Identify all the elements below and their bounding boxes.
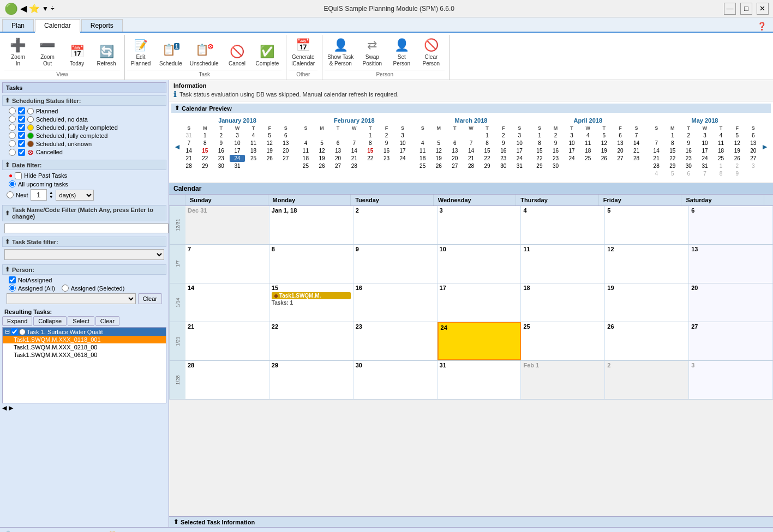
apr-day-19[interactable]: 19 [596,147,612,154]
feb-day-16[interactable]: 16 [379,147,394,154]
feb-day-18[interactable]: 18 [298,155,314,162]
cal-day-jan3[interactable]: 3 [438,206,522,244]
all-upcoming-radio[interactable] [9,180,16,188]
may-extra-5[interactable]: 5 [664,170,680,177]
mar-day-23[interactable]: 23 [495,155,511,162]
feb-day-27[interactable]: 27 [330,162,346,170]
scheduled-partial-radio[interactable] [9,124,16,131]
feb-day-21[interactable]: 21 [346,155,362,162]
cal-day-25[interactable]: 25 [521,322,605,360]
feb-day-26[interactable]: 26 [314,162,330,170]
jan-day-8[interactable]: 8 [197,140,213,147]
cal-day-30[interactable]: 30 [353,361,438,399]
scroll-left-icon[interactable]: ◀ [2,404,7,412]
cal-day-12[interactable]: 12 [605,245,689,283]
apr-day-14[interactable]: 14 [628,140,644,147]
scroll-right-icon[interactable]: ▶ [9,404,13,412]
mar-day-28[interactable]: 28 [463,162,479,170]
apr-day-20[interactable]: 20 [613,147,628,154]
jan-day-22[interactable]: 22 [197,155,213,162]
mar-day-1[interactable]: 1 [480,132,495,139]
cal-prev-button[interactable]: ◄ [173,142,181,151]
feb-day-11[interactable]: 11 [298,147,314,154]
cal-day-7[interactable]: 7 [185,245,269,283]
may-extra-7[interactable]: 7 [697,170,713,177]
tab-plan[interactable]: Plan [2,19,34,32]
may-day-15[interactable]: 15 [664,147,680,154]
feb-day-3[interactable]: 3 [395,132,411,139]
planned-checkbox[interactable] [18,107,25,114]
task-name-input[interactable] [4,223,169,233]
mar-day-8[interactable]: 8 [480,140,495,147]
may-day-23[interactable]: 23 [681,155,697,162]
jan-day-21[interactable]: 21 [181,155,197,162]
set-person-button[interactable]: 👤 SetPerson [388,35,415,69]
may-day-30[interactable]: 30 [681,162,697,170]
mar-day-20[interactable]: 20 [447,155,463,162]
apr-day-25[interactable]: 25 [580,155,596,162]
mar-day-14[interactable]: 14 [463,147,479,154]
cal-day-15[interactable]: 15 ◆ Task1.SWQM.M. Tasks: 1 [269,283,353,322]
may-day-1next[interactable]: 1 [713,162,729,170]
feb-day-19[interactable]: 19 [314,155,330,162]
may-day-20[interactable]: 20 [746,147,762,154]
generate-icalendar-button[interactable]: 📅 GenerateiCalendar [289,35,317,69]
may-day-13[interactable]: 13 [746,140,762,147]
may-day-17[interactable]: 17 [697,147,713,154]
may-day-2[interactable]: 2 [681,132,697,139]
spinner-down[interactable]: ▼ [49,195,53,200]
may-day-27[interactable]: 27 [746,155,762,162]
cal-day-23[interactable]: 23 [353,322,438,360]
feb-day-2[interactable]: 2 [379,132,394,139]
cal-day-31[interactable]: 31 [438,361,522,399]
task-item-root[interactable]: ⊟ Task 1. Surface Water Qualit [3,328,166,336]
select-button[interactable]: Select [68,316,94,326]
scheduled-partial-checkbox[interactable] [18,124,25,131]
apr-day-28[interactable]: 28 [628,155,644,162]
mar-day-12[interactable]: 12 [431,147,447,154]
collapse-button[interactable]: Collapse [33,316,67,326]
may-extra-4[interactable]: 4 [649,170,664,177]
may-day-26[interactable]: 26 [729,155,745,162]
jan-day-17[interactable]: 17 [230,147,245,154]
cal-day-11[interactable]: 11 [521,245,605,283]
zoom-in-button[interactable]: ➕ ZoomIn [4,35,32,69]
may-day-11[interactable]: 11 [713,140,729,147]
cal-day-29[interactable]: 29 [269,361,353,399]
jan-day-9[interactable]: 9 [213,140,229,147]
may-extra-9[interactable]: 9 [729,170,745,177]
cal-day-20[interactable]: 20 [689,283,773,322]
show-task-person-button[interactable]: 👤 Show Task& Person [325,35,356,69]
feb-day-10[interactable]: 10 [395,140,411,147]
scheduled-unknown-radio[interactable] [9,140,16,147]
mar-day-13[interactable]: 13 [447,147,463,154]
jan-day-27[interactable]: 27 [278,155,294,162]
scheduled-unknown-checkbox[interactable] [18,140,25,147]
cal-day-jan5[interactable]: 5 [605,206,689,244]
apr-day-22[interactable]: 22 [532,155,548,162]
unschedule-button[interactable]: 📋 ⊗ Unschedule [187,41,221,69]
task-state-select[interactable] [4,249,164,260]
apr-day-29[interactable]: 29 [532,162,548,170]
quick-access-dropdown[interactable]: ▼ [42,5,49,13]
expand-button[interactable]: Expand [2,316,32,326]
mar-day-18[interactable]: 18 [415,155,430,162]
jan-day-7[interactable]: 7 [181,140,197,147]
edit-planned-button[interactable]: 📝 EditPlanned [127,35,154,69]
cal-preview-header[interactable]: ⬆ Calendar Preview [171,104,771,113]
mar-day-24[interactable]: 24 [512,155,528,162]
cal-day-jan6[interactable]: 6 [689,206,773,244]
cancelled-checkbox[interactable] [18,149,25,156]
may-day-19[interactable]: 19 [729,147,745,154]
feb-day-13[interactable]: 13 [330,147,346,154]
cal-day-13[interactable]: 13 [689,245,773,283]
feb-day-7[interactable]: 7 [346,140,362,147]
jan-day-11[interactable]: 11 [245,140,261,147]
jan-day-30[interactable]: 30 [213,162,229,170]
apr-day-1[interactable]: 1 [532,132,548,139]
jan-day-14[interactable]: 14 [181,147,197,154]
cal-day-16[interactable]: 16 [353,283,438,322]
task-root-checkbox[interactable] [11,328,18,335]
task-tree[interactable]: ⊟ Task 1. Surface Water Qualit Task1.SWQ… [2,327,166,403]
cal-day-feb1[interactable]: Feb 1 [521,361,605,399]
